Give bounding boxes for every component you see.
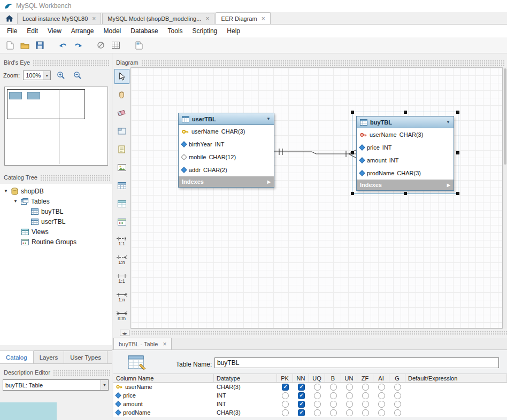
note-tool-button[interactable] (114, 142, 129, 157)
col-header-ai[interactable]: AI (373, 374, 389, 382)
rel-1-1-identifying-tool-button[interactable]: 1:1 (114, 270, 129, 287)
grid-row-prodname[interactable]: prodName CHAR(3) (113, 408, 507, 417)
col-header-zf[interactable]: ZF (357, 374, 373, 382)
new-diagram-button[interactable] (132, 39, 145, 52)
close-icon[interactable]: × (92, 16, 96, 21)
col-header-uq[interactable]: UQ (309, 374, 325, 382)
er-table-buytbl[interactable]: buyTBL ▼ userName CHAR(3) price INT amou… (356, 116, 454, 191)
tree-node-views[interactable]: Views (0, 227, 112, 237)
rel-n-m-tool-button[interactable]: n:m (114, 307, 129, 324)
er-column-row[interactable]: amount INT (357, 154, 454, 167)
home-tab-button[interactable] (1, 12, 17, 24)
resize-handle[interactable] (404, 192, 407, 195)
chevron-down-icon[interactable]: ▼ (101, 380, 108, 390)
cell-datatype[interactable]: INT (214, 400, 277, 408)
nn-checkbox[interactable] (298, 409, 305, 416)
tree-node-shopdb[interactable]: ▼ shopDB (0, 186, 112, 196)
menu-scripting[interactable]: Scripting (188, 26, 222, 36)
description-text-area[interactable] (0, 402, 57, 420)
uq-checkbox[interactable] (314, 384, 321, 391)
rel-1-1-non-identifying-tool-button[interactable]: 1:1 (114, 232, 129, 250)
resize-handle[interactable] (351, 192, 354, 195)
routine-group-tool-button[interactable] (114, 214, 129, 229)
zf-checkbox[interactable] (362, 392, 369, 399)
g-checkbox[interactable] (394, 392, 401, 399)
menu-arrange[interactable]: Arrange (66, 26, 99, 36)
select-tool-button[interactable] (114, 69, 129, 84)
zf-checkbox[interactable] (362, 384, 369, 391)
b-checkbox[interactable] (330, 409, 337, 416)
ai-checkbox[interactable] (378, 392, 385, 399)
menu-help[interactable]: Help (222, 26, 245, 36)
toggle-page-grid-button[interactable] (109, 39, 122, 52)
scroll-left-button[interactable]: ◀▶ (120, 330, 129, 336)
image-tool-button[interactable] (114, 160, 129, 175)
cell-default[interactable] (405, 400, 507, 408)
b-checkbox[interactable] (330, 392, 337, 399)
description-object-select[interactable]: buyTBL: Table ▼ (3, 379, 109, 391)
uq-checkbox[interactable] (314, 401, 321, 408)
tab-local-instance[interactable]: Local instance MySQL80 × (17, 13, 101, 24)
chevron-down-icon[interactable]: ▼ (43, 71, 50, 80)
cell-default[interactable] (405, 408, 507, 417)
resize-handle[interactable] (456, 151, 459, 154)
nn-checkbox[interactable] (298, 384, 305, 391)
pk-checkbox[interactable] (282, 384, 289, 391)
zoom-in-button[interactable] (54, 69, 67, 82)
save-model-button[interactable] (33, 39, 47, 52)
pk-checkbox[interactable] (282, 409, 289, 416)
toggle-grid-button[interactable] (94, 39, 107, 52)
er-column-row[interactable]: addr CHAR(2) (179, 164, 274, 176)
rel-1-n-identifying-tool-button[interactable]: 1:n (114, 289, 129, 306)
expand-arrow-icon[interactable]: ▶ (267, 180, 271, 184)
un-checkbox[interactable] (346, 392, 353, 399)
nn-checkbox[interactable] (298, 401, 305, 408)
col-header-g[interactable]: G (389, 374, 405, 382)
er-column-row[interactable]: mobile CHAR(12) (179, 151, 274, 164)
table-tool-button[interactable] (114, 178, 129, 193)
tab-eer-diagram[interactable]: EER Diagram × (216, 12, 270, 24)
resize-handle[interactable] (351, 151, 354, 154)
tab-mysql-model[interactable]: MySQL Model (shopDB_modeling... × (102, 13, 214, 24)
b-checkbox[interactable] (330, 401, 337, 408)
zf-checkbox[interactable] (362, 409, 369, 416)
g-checkbox[interactable] (394, 384, 401, 391)
indexes-bar[interactable]: Indexes ▶ (357, 180, 454, 190)
expander-icon[interactable]: ▼ (3, 189, 9, 193)
er-column-row[interactable]: price INT (357, 141, 454, 154)
collapse-caret-icon[interactable]: ▼ (266, 116, 271, 121)
tab-buytbl-table[interactable]: buyTBL - Table × (113, 338, 172, 349)
pk-checkbox[interactable] (282, 392, 289, 399)
col-header-default[interactable]: Default/Expression (405, 374, 507, 382)
birdseye-minimap[interactable] (4, 87, 108, 166)
menu-tools[interactable]: Tools (163, 26, 188, 36)
view-tool-button[interactable] (114, 196, 129, 211)
un-checkbox[interactable] (346, 409, 353, 416)
tree-node-usertbl[interactable]: userTBL (0, 216, 112, 227)
tree-node-routine-groups[interactable]: Routine Groups (0, 237, 112, 247)
table-name-input[interactable] (214, 357, 499, 368)
pan-tool-button[interactable] (114, 87, 129, 102)
grid-row-price[interactable]: price INT (113, 391, 507, 400)
col-header-b[interactable]: B (325, 374, 341, 382)
menu-view[interactable]: View (43, 26, 66, 36)
expand-arrow-icon[interactable]: ▶ (447, 183, 450, 188)
menu-edit[interactable]: Edit (22, 26, 43, 36)
diagram-canvas[interactable]: userTBL ▼ userName CHAR(3) birthYear INT… (130, 67, 503, 329)
zf-checkbox[interactable] (362, 401, 369, 408)
g-checkbox[interactable] (394, 401, 401, 408)
undo-button[interactable] (56, 39, 70, 52)
er-table-header[interactable]: buyTBL ▼ (357, 116, 454, 128)
resize-handle[interactable] (351, 111, 354, 114)
grid-row-amount[interactable]: amount INT (113, 400, 507, 408)
menu-model[interactable]: Model (99, 26, 126, 36)
col-header-un[interactable]: UN (341, 374, 357, 382)
grid-row-username[interactable]: userName CHAR(3) (113, 383, 507, 391)
scrollbar-track[interactable] (131, 331, 507, 336)
col-header-column-name[interactable]: Column Name (113, 374, 214, 382)
ai-checkbox[interactable] (378, 384, 385, 391)
expander-icon[interactable]: ▼ (13, 199, 18, 204)
tab-user-types[interactable]: User Types (64, 351, 107, 363)
new-document-button[interactable] (3, 39, 17, 52)
un-checkbox[interactable] (346, 384, 353, 391)
